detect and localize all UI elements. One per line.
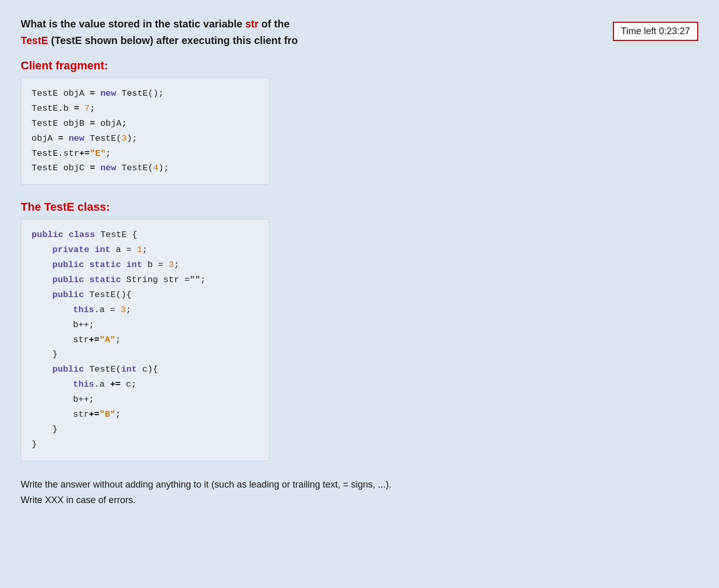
class-line8: str+="A"; (32, 333, 258, 348)
question-text: What is the value stored in the static v… (21, 16, 698, 49)
class-line12: b++; (32, 392, 258, 407)
question-part2: of the (258, 18, 290, 30)
class-line7: b++; (32, 318, 258, 333)
class-line3: public static int b = 3; (32, 258, 258, 273)
timer-display: Time left 0:23:27 (613, 22, 698, 41)
client-line5: TestE.str+="E"; (32, 146, 258, 161)
question-part1: What is the value stored in the static v… (21, 18, 245, 30)
question-line2-part2: (TestE shown below) after executing this… (48, 35, 298, 46)
class-line13: str+="B"; (32, 407, 258, 422)
class-line6: this.a = 3; (32, 303, 258, 318)
class-heading: The TestE class: (21, 200, 698, 214)
class-line5: public TestE(){ (32, 288, 258, 303)
footer-line1: Write the answer without adding anything… (21, 477, 698, 493)
class-line1: public class TestE { (32, 228, 258, 243)
client-line3: TestE objB = objA; (32, 116, 258, 131)
class-code-block: public class TestE { private int a = 1; … (21, 219, 269, 461)
class-line11: this.a += c; (32, 377, 258, 392)
class-line14: } (32, 422, 258, 437)
class-line10: public TestE(int c){ (32, 362, 258, 377)
class-line2: private int a = 1; (32, 243, 258, 258)
client-line2: TestE.b = 7; (32, 101, 258, 116)
client-code-block: TestE objA = new TestE(); TestE.b = 7; T… (21, 78, 269, 185)
class-line4: public static String str ="";​ (32, 273, 258, 288)
client-line1: TestE objA = new TestE(); (32, 86, 258, 101)
str-highlight: str (245, 18, 258, 30)
footer-line2: Write XXX in case of errors. (21, 492, 698, 508)
client-line6: TestE objC = new TestE(4); (32, 161, 258, 176)
footer-text: Write the answer without adding anything… (21, 477, 698, 508)
teste-highlight1: TestE (21, 35, 48, 46)
client-line4: objA = new TestE(3); (32, 131, 258, 146)
client-heading: Client fragment: (21, 59, 698, 72)
class-line9: } (32, 347, 258, 362)
class-line15: } (32, 437, 258, 452)
